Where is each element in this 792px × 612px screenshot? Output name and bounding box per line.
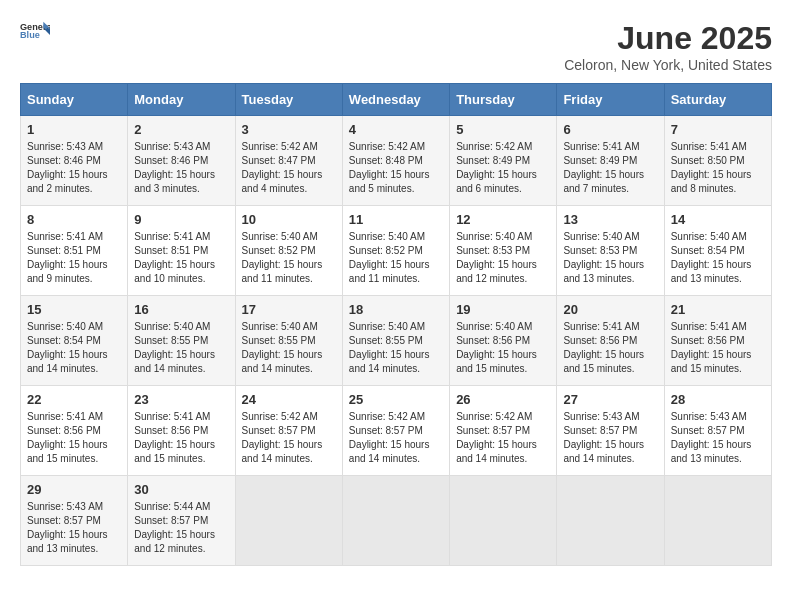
calendar-week-1: 1 Sunrise: 5:43 AM Sunset: 8:46 PM Dayli… — [21, 116, 772, 206]
table-row: 2 Sunrise: 5:43 AM Sunset: 8:46 PM Dayli… — [128, 116, 235, 206]
table-row: 10 Sunrise: 5:40 AM Sunset: 8:52 PM Dayl… — [235, 206, 342, 296]
cell-content: Sunrise: 5:40 AM Sunset: 8:55 PM Dayligh… — [349, 321, 430, 374]
day-number: 8 — [27, 212, 121, 227]
table-row: 11 Sunrise: 5:40 AM Sunset: 8:52 PM Dayl… — [342, 206, 449, 296]
table-row: 29 Sunrise: 5:43 AM Sunset: 8:57 PM Dayl… — [21, 476, 128, 566]
day-number: 13 — [563, 212, 657, 227]
table-row: 1 Sunrise: 5:43 AM Sunset: 8:46 PM Dayli… — [21, 116, 128, 206]
table-row: 12 Sunrise: 5:40 AM Sunset: 8:53 PM Dayl… — [450, 206, 557, 296]
table-row: 25 Sunrise: 5:42 AM Sunset: 8:57 PM Dayl… — [342, 386, 449, 476]
header-saturday: Saturday — [664, 84, 771, 116]
header-sunday: Sunday — [21, 84, 128, 116]
day-number: 23 — [134, 392, 228, 407]
header-monday: Monday — [128, 84, 235, 116]
cell-content: Sunrise: 5:42 AM Sunset: 8:57 PM Dayligh… — [456, 411, 537, 464]
header-tuesday: Tuesday — [235, 84, 342, 116]
day-number: 11 — [349, 212, 443, 227]
calendar-week-3: 15 Sunrise: 5:40 AM Sunset: 8:54 PM Dayl… — [21, 296, 772, 386]
day-number: 15 — [27, 302, 121, 317]
cell-content: Sunrise: 5:43 AM Sunset: 8:57 PM Dayligh… — [671, 411, 752, 464]
day-number: 7 — [671, 122, 765, 137]
cell-content: Sunrise: 5:41 AM Sunset: 8:56 PM Dayligh… — [563, 321, 644, 374]
table-row: 18 Sunrise: 5:40 AM Sunset: 8:55 PM Dayl… — [342, 296, 449, 386]
cell-content: Sunrise: 5:44 AM Sunset: 8:57 PM Dayligh… — [134, 501, 215, 554]
header-wednesday: Wednesday — [342, 84, 449, 116]
table-row: 14 Sunrise: 5:40 AM Sunset: 8:54 PM Dayl… — [664, 206, 771, 296]
table-row: 7 Sunrise: 5:41 AM Sunset: 8:50 PM Dayli… — [664, 116, 771, 206]
day-number: 30 — [134, 482, 228, 497]
table-row: 9 Sunrise: 5:41 AM Sunset: 8:51 PM Dayli… — [128, 206, 235, 296]
table-row — [342, 476, 449, 566]
header-row: Sunday Monday Tuesday Wednesday Thursday… — [21, 84, 772, 116]
day-number: 21 — [671, 302, 765, 317]
day-number: 26 — [456, 392, 550, 407]
table-row: 19 Sunrise: 5:40 AM Sunset: 8:56 PM Dayl… — [450, 296, 557, 386]
calendar-week-4: 22 Sunrise: 5:41 AM Sunset: 8:56 PM Dayl… — [21, 386, 772, 476]
cell-content: Sunrise: 5:41 AM Sunset: 8:51 PM Dayligh… — [134, 231, 215, 284]
day-number: 10 — [242, 212, 336, 227]
table-row: 22 Sunrise: 5:41 AM Sunset: 8:56 PM Dayl… — [21, 386, 128, 476]
day-number: 12 — [456, 212, 550, 227]
cell-content: Sunrise: 5:41 AM Sunset: 8:56 PM Dayligh… — [27, 411, 108, 464]
location-title: Celoron, New York, United States — [564, 57, 772, 73]
day-number: 28 — [671, 392, 765, 407]
table-row: 13 Sunrise: 5:40 AM Sunset: 8:53 PM Dayl… — [557, 206, 664, 296]
table-row: 20 Sunrise: 5:41 AM Sunset: 8:56 PM Dayl… — [557, 296, 664, 386]
logo: General Blue — [20, 20, 50, 40]
table-row: 30 Sunrise: 5:44 AM Sunset: 8:57 PM Dayl… — [128, 476, 235, 566]
cell-content: Sunrise: 5:42 AM Sunset: 8:57 PM Dayligh… — [349, 411, 430, 464]
cell-content: Sunrise: 5:40 AM Sunset: 8:54 PM Dayligh… — [27, 321, 108, 374]
table-row: 28 Sunrise: 5:43 AM Sunset: 8:57 PM Dayl… — [664, 386, 771, 476]
day-number: 18 — [349, 302, 443, 317]
table-row: 27 Sunrise: 5:43 AM Sunset: 8:57 PM Dayl… — [557, 386, 664, 476]
cell-content: Sunrise: 5:40 AM Sunset: 8:55 PM Dayligh… — [134, 321, 215, 374]
table-row: 5 Sunrise: 5:42 AM Sunset: 8:49 PM Dayli… — [450, 116, 557, 206]
cell-content: Sunrise: 5:43 AM Sunset: 8:57 PM Dayligh… — [27, 501, 108, 554]
cell-content: Sunrise: 5:43 AM Sunset: 8:57 PM Dayligh… — [563, 411, 644, 464]
day-number: 4 — [349, 122, 443, 137]
cell-content: Sunrise: 5:43 AM Sunset: 8:46 PM Dayligh… — [134, 141, 215, 194]
day-number: 22 — [27, 392, 121, 407]
day-number: 17 — [242, 302, 336, 317]
month-title: June 2025 — [564, 20, 772, 57]
table-row: 16 Sunrise: 5:40 AM Sunset: 8:55 PM Dayl… — [128, 296, 235, 386]
cell-content: Sunrise: 5:40 AM Sunset: 8:55 PM Dayligh… — [242, 321, 323, 374]
cell-content: Sunrise: 5:40 AM Sunset: 8:56 PM Dayligh… — [456, 321, 537, 374]
day-number: 16 — [134, 302, 228, 317]
day-number: 6 — [563, 122, 657, 137]
calendar-week-2: 8 Sunrise: 5:41 AM Sunset: 8:51 PM Dayli… — [21, 206, 772, 296]
cell-content: Sunrise: 5:42 AM Sunset: 8:57 PM Dayligh… — [242, 411, 323, 464]
cell-content: Sunrise: 5:40 AM Sunset: 8:52 PM Dayligh… — [349, 231, 430, 284]
cell-content: Sunrise: 5:40 AM Sunset: 8:52 PM Dayligh… — [242, 231, 323, 284]
day-number: 27 — [563, 392, 657, 407]
cell-content: Sunrise: 5:41 AM Sunset: 8:50 PM Dayligh… — [671, 141, 752, 194]
header-thursday: Thursday — [450, 84, 557, 116]
table-row — [450, 476, 557, 566]
cell-content: Sunrise: 5:40 AM Sunset: 8:53 PM Dayligh… — [456, 231, 537, 284]
header-friday: Friday — [557, 84, 664, 116]
cell-content: Sunrise: 5:41 AM Sunset: 8:49 PM Dayligh… — [563, 141, 644, 194]
table-row — [557, 476, 664, 566]
table-row: 17 Sunrise: 5:40 AM Sunset: 8:55 PM Dayl… — [235, 296, 342, 386]
table-row: 3 Sunrise: 5:42 AM Sunset: 8:47 PM Dayli… — [235, 116, 342, 206]
day-number: 20 — [563, 302, 657, 317]
cell-content: Sunrise: 5:42 AM Sunset: 8:48 PM Dayligh… — [349, 141, 430, 194]
cell-content: Sunrise: 5:40 AM Sunset: 8:53 PM Dayligh… — [563, 231, 644, 284]
day-number: 25 — [349, 392, 443, 407]
svg-text:Blue: Blue — [20, 30, 40, 40]
table-row: 4 Sunrise: 5:42 AM Sunset: 8:48 PM Dayli… — [342, 116, 449, 206]
cell-content: Sunrise: 5:43 AM Sunset: 8:46 PM Dayligh… — [27, 141, 108, 194]
day-number: 2 — [134, 122, 228, 137]
day-number: 19 — [456, 302, 550, 317]
table-row: 6 Sunrise: 5:41 AM Sunset: 8:49 PM Dayli… — [557, 116, 664, 206]
table-row — [235, 476, 342, 566]
day-number: 24 — [242, 392, 336, 407]
cell-content: Sunrise: 5:41 AM Sunset: 8:56 PM Dayligh… — [671, 321, 752, 374]
cell-content: Sunrise: 5:42 AM Sunset: 8:47 PM Dayligh… — [242, 141, 323, 194]
table-row — [664, 476, 771, 566]
day-number: 1 — [27, 122, 121, 137]
calendar-week-5: 29 Sunrise: 5:43 AM Sunset: 8:57 PM Dayl… — [21, 476, 772, 566]
cell-content: Sunrise: 5:41 AM Sunset: 8:51 PM Dayligh… — [27, 231, 108, 284]
day-number: 9 — [134, 212, 228, 227]
logo-icon: General Blue — [20, 20, 50, 40]
